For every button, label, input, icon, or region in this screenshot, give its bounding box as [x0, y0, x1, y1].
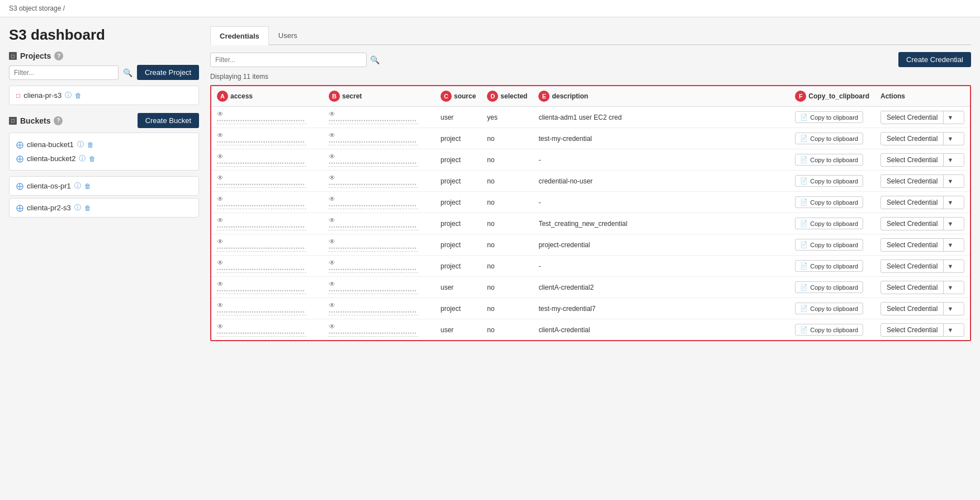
eye-icon-access-6[interactable]: 👁: [217, 238, 224, 246]
eye-icon-access-9[interactable]: 👁: [217, 301, 224, 309]
select-credential-button-10[interactable]: Select Credential: [881, 324, 944, 336]
select-credential-dropdown-4[interactable]: ▼: [944, 196, 957, 209]
bucket-info-icon-1[interactable]: ⓘ: [77, 140, 84, 149]
copy-button-9[interactable]: 📄 Copy to clipboard: [795, 303, 863, 314]
eye-icon-secret-10[interactable]: 👁: [329, 323, 335, 331]
eye-icon-access-7[interactable]: 👁: [217, 259, 224, 267]
other-project-icon-2[interactable]: ⨁: [16, 204, 23, 212]
cell-actions-8: Select Credential ▼: [875, 277, 970, 298]
eye-icon-secret-0[interactable]: 👁: [329, 110, 335, 118]
project-info-icon[interactable]: ⓘ: [65, 91, 72, 100]
project-delete-icon[interactable]: 🗑: [75, 92, 82, 100]
eye-icon-secret-4[interactable]: 👁: [329, 195, 335, 203]
credentials-table-wrapper: A access B secret C: [210, 85, 971, 341]
eye-icon-secret-5[interactable]: 👁: [329, 216, 335, 224]
eye-icon-access-5[interactable]: 👁: [217, 216, 224, 224]
eye-icon-access-10[interactable]: 👁: [217, 323, 224, 331]
projects-toggle[interactable]: □: [9, 52, 17, 60]
other-project-del-2[interactable]: 🗑: [84, 204, 91, 212]
select-credential-dropdown-1[interactable]: ▼: [944, 133, 957, 145]
eye-icon-access-3[interactable]: 👁: [217, 174, 224, 182]
select-credential-dropdown-2[interactable]: ▼: [944, 154, 957, 166]
select-credential-dropdown-3[interactable]: ▼: [944, 175, 957, 187]
table-row: 👁••••••••••••••••••••••••••••••••••••••👁…: [211, 298, 970, 319]
cell-selected-8: no: [481, 277, 533, 298]
credentials-filter-input[interactable]: [210, 53, 367, 67]
eye-icon-access-1[interactable]: 👁: [217, 131, 224, 139]
select-credential-dropdown-0[interactable]: ▼: [944, 111, 957, 124]
copy-button-2[interactable]: 📄 Copy to clipboard: [795, 154, 863, 166]
copy-button-10[interactable]: 📄 Copy to clipboard: [795, 324, 863, 336]
copy-button-3[interactable]: 📄 Copy to clipboard: [795, 175, 863, 187]
buckets-toggle[interactable]: □: [9, 117, 17, 125]
tab-credentials[interactable]: Credentials: [210, 26, 269, 45]
bucket-info-icon-2[interactable]: ⓘ: [79, 154, 86, 163]
buckets-help-icon[interactable]: ?: [54, 116, 63, 125]
cell-access-9: 👁••••••••••••••••••••••••••••••••••••••: [211, 298, 323, 319]
select-credential-dropdown-8[interactable]: ▼: [944, 281, 957, 294]
copy-button-4[interactable]: 📄 Copy to clipboard: [795, 196, 863, 208]
cell-selected-2: no: [481, 149, 533, 171]
col-header-actions: Actions: [875, 86, 970, 107]
select-credential-button-6[interactable]: Select Credential: [881, 239, 944, 251]
projects-filter-input[interactable]: [9, 65, 119, 80]
projects-search-button[interactable]: 🔍: [123, 68, 132, 77]
cell-access-4: 👁••••••••••••••••••••••••••••••••••••••: [211, 192, 323, 213]
badge-d: D: [487, 91, 498, 102]
cell-access-1: 👁••••••••••••••••••••••••••••••••••••••: [211, 128, 323, 149]
select-credential-button-3[interactable]: Select Credential: [881, 175, 944, 187]
other-project-icon-1[interactable]: ⨁: [16, 182, 23, 190]
copy-button-1[interactable]: 📄 Copy to clipboard: [795, 133, 863, 144]
select-credential-button-8[interactable]: Select Credential: [881, 281, 944, 294]
select-credential-group-8: Select Credential ▼: [880, 281, 964, 294]
bucket-delete-icon-2[interactable]: 🗑: [89, 155, 96, 163]
bucket-item-1: ⨁ cliena-bucket1 ⓘ 🗑: [16, 138, 192, 152]
project-collapse-icon[interactable]: □: [16, 92, 20, 100]
copy-icon-0: 📄: [800, 114, 808, 121]
other-project-del-1[interactable]: 🗑: [84, 182, 91, 190]
eye-icon-secret-7[interactable]: 👁: [329, 259, 335, 267]
copy-button-0[interactable]: 📄 Copy to clipboard: [795, 111, 863, 123]
select-credential-button-7[interactable]: Select Credential: [881, 260, 944, 272]
eye-icon-secret-8[interactable]: 👁: [329, 280, 335, 288]
create-credential-button[interactable]: Create Credential: [898, 52, 971, 67]
eye-icon-secret-2[interactable]: 👁: [329, 153, 335, 161]
create-project-button[interactable]: Create Project: [137, 65, 199, 80]
select-credential-dropdown-5[interactable]: ▼: [944, 218, 957, 230]
eye-icon-secret-9[interactable]: 👁: [329, 301, 335, 309]
copy-button-6[interactable]: 📄 Copy to clipboard: [795, 239, 863, 251]
projects-help-icon[interactable]: ?: [54, 51, 63, 60]
copy-button-5[interactable]: 📄 Copy to clipboard: [795, 218, 863, 229]
eye-icon-secret-6[interactable]: 👁: [329, 238, 335, 246]
create-bucket-button[interactable]: Create Bucket: [138, 113, 199, 128]
select-credential-button-0[interactable]: Select Credential: [881, 111, 944, 124]
eye-icon-access-0[interactable]: 👁: [217, 110, 224, 118]
bucket-name-2: clienta-bucket2: [27, 154, 75, 163]
cell-description-2: -: [533, 149, 789, 171]
copy-button-7[interactable]: 📄 Copy to clipboard: [795, 260, 863, 272]
bucket-delete-icon-1[interactable]: 🗑: [87, 141, 94, 149]
select-credential-button-4[interactable]: Select Credential: [881, 196, 944, 209]
select-credential-button-9[interactable]: Select Credential: [881, 303, 944, 315]
select-credential-dropdown-7[interactable]: ▼: [944, 260, 957, 272]
other-project-info-1[interactable]: ⓘ: [74, 181, 81, 191]
select-credential-button-5[interactable]: Select Credential: [881, 218, 944, 230]
other-project-info-2[interactable]: ⓘ: [74, 203, 81, 213]
cell-source-4: project: [435, 192, 481, 213]
bucket-add-icon-2[interactable]: ⨁: [16, 154, 23, 163]
select-credential-button-1[interactable]: Select Credential: [881, 133, 944, 145]
eye-icon-access-2[interactable]: 👁: [217, 153, 224, 161]
bucket-add-icon-1[interactable]: ⨁: [16, 140, 23, 149]
select-credential-dropdown-10[interactable]: ▼: [944, 324, 957, 336]
eye-icon-access-4[interactable]: 👁: [217, 195, 224, 203]
eye-icon-access-8[interactable]: 👁: [217, 280, 224, 288]
eye-icon-secret-1[interactable]: 👁: [329, 131, 335, 139]
eye-icon-secret-3[interactable]: 👁: [329, 174, 335, 182]
tab-users[interactable]: Users: [269, 26, 307, 44]
copy-button-8[interactable]: 📄 Copy to clipboard: [795, 281, 863, 293]
credentials-search-button[interactable]: 🔍: [370, 55, 380, 64]
select-credential-dropdown-6[interactable]: ▼: [944, 239, 957, 251]
select-credential-button-2[interactable]: Select Credential: [881, 154, 944, 166]
cell-copy-1: 📄 Copy to clipboard: [789, 128, 875, 149]
select-credential-dropdown-9[interactable]: ▼: [944, 303, 957, 315]
